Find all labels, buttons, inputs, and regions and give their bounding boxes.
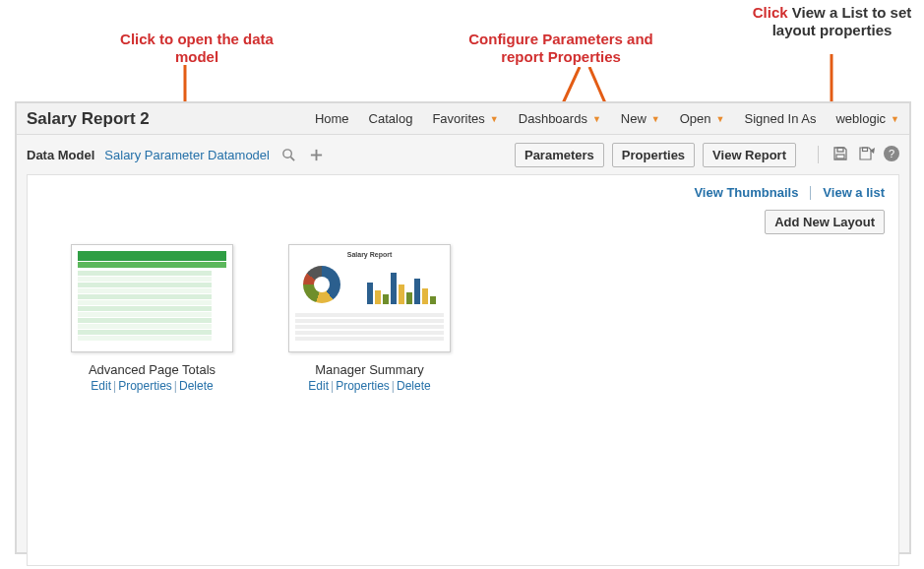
nav-new[interactable]: New▼: [621, 111, 660, 126]
dropdown-icon: ▼: [490, 114, 499, 124]
annotation-open-data-model: Click to open the data model: [98, 31, 295, 66]
layout-title: Manager Summary: [288, 362, 451, 377]
properties-button[interactable]: Properties: [612, 143, 695, 167]
report-title: Salary Report 2: [27, 109, 150, 129]
panel-top: View Thumbnails View a list: [41, 185, 885, 200]
nav-open[interactable]: Open▼: [680, 111, 725, 126]
nav-favorites[interactable]: Favorites▼: [432, 111, 498, 126]
app-header: Salary Report 2 Home Catalog Favorites▼ …: [17, 103, 909, 135]
layout-thumbnail[interactable]: Salary Report: [288, 244, 451, 352]
dropdown-icon: ▼: [592, 114, 601, 124]
nav-catalog[interactable]: Catalog: [369, 111, 413, 126]
layout-properties-link[interactable]: Properties: [118, 379, 172, 393]
toolbox: Parameters Properties View Report ?: [515, 143, 899, 167]
tool-icons: ?: [818, 146, 899, 163]
top-nav: Home Catalog Favorites▼ Dashboards▼ New▼…: [315, 111, 899, 126]
view-report-button[interactable]: View Report: [703, 143, 796, 167]
parameters-button[interactable]: Parameters: [515, 143, 604, 167]
svg-point-12: [283, 149, 291, 157]
view-list-link[interactable]: View a list: [823, 185, 885, 200]
nav-user[interactable]: weblogic▼: [835, 111, 899, 126]
data-model-label: Data Model: [27, 148, 94, 162]
layout-thumbnail[interactable]: [71, 244, 233, 352]
svg-rect-18: [863, 148, 868, 152]
add-new-layout-button[interactable]: Add New Layout: [765, 210, 885, 234]
help-icon[interactable]: ?: [884, 146, 899, 161]
layout-delete-link[interactable]: Delete: [179, 379, 214, 393]
layout-edit-link[interactable]: Edit: [308, 379, 329, 393]
annotation-view-list: Click View a List to set layout properti…: [746, 4, 918, 39]
save-as-icon[interactable]: [858, 146, 876, 163]
save-icon[interactable]: [832, 146, 850, 163]
divider: [810, 186, 811, 200]
layouts-panel: View Thumbnails View a list Add New Layo…: [27, 174, 899, 566]
svg-rect-16: [837, 148, 843, 152]
layouts-container: Advanced Page Totals Edit|Properties|Del…: [71, 244, 885, 393]
layout-card: Advanced Page Totals Edit|Properties|Del…: [71, 244, 233, 393]
layout-card: Salary Report Manager Summary Edit|Prope…: [288, 244, 451, 393]
add-icon[interactable]: [309, 147, 325, 162]
layout-actions: Edit|Properties|Delete: [71, 379, 233, 393]
layout-delete-link[interactable]: Delete: [397, 379, 431, 393]
layout-properties-link[interactable]: Properties: [336, 379, 390, 393]
layout-actions: Edit|Properties|Delete: [288, 379, 451, 393]
svg-rect-17: [836, 155, 844, 158]
signed-in-label: Signed In As: [744, 111, 816, 126]
annotation-config-params: Configure Parameters and report Properti…: [448, 31, 674, 66]
data-model-link[interactable]: Salary Parameter Datamodel: [104, 148, 270, 162]
app-frame: Salary Report 2 Home Catalog Favorites▼ …: [15, 101, 911, 554]
data-model-row: Data Model Salary Parameter Datamodel Pa…: [17, 135, 909, 174]
nav-dashboards[interactable]: Dashboards▼: [519, 111, 601, 126]
layout-edit-link[interactable]: Edit: [91, 379, 111, 393]
dropdown-icon: ▼: [716, 114, 725, 124]
nav-home[interactable]: Home: [315, 111, 349, 126]
dropdown-icon: ▼: [891, 114, 899, 124]
view-thumbnails-link[interactable]: View Thumbnails: [694, 185, 798, 200]
layout-title: Advanced Page Totals: [71, 362, 233, 377]
search-icon[interactable]: [281, 147, 297, 162]
dropdown-icon: ▼: [651, 114, 660, 124]
svg-line-13: [291, 157, 295, 160]
